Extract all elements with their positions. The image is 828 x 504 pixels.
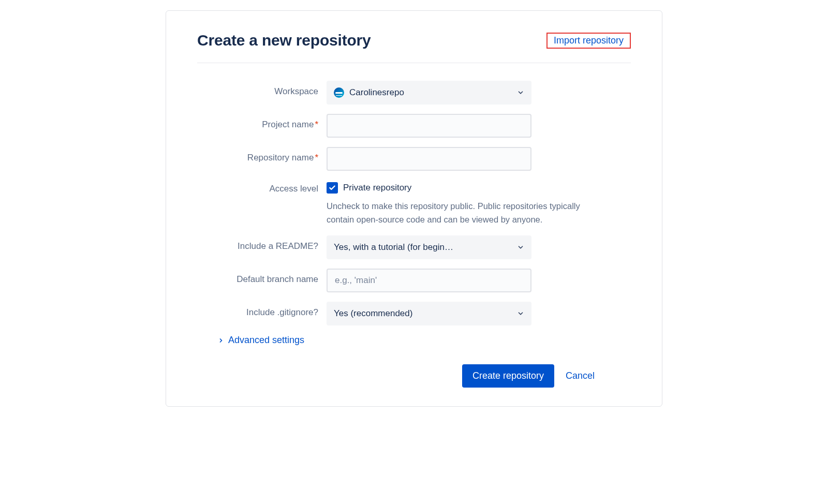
form-area: Workspace Carolinesrepo Project name* Re… xyxy=(197,81,631,388)
card-header: Create a new repository Import repositor… xyxy=(197,32,631,63)
required-asterisk: * xyxy=(315,153,318,162)
create-repository-button[interactable]: Create repository xyxy=(462,364,554,388)
advanced-settings-label: Advanced settings xyxy=(228,335,304,346)
row-access-level: Access level Private repository Uncheck … xyxy=(202,180,626,226)
access-level-hint: Uncheck to make this repository public. … xyxy=(327,200,596,226)
create-repo-card: Create a new repository Import repositor… xyxy=(166,10,662,407)
include-gitignore-select[interactable]: Yes (recommended) xyxy=(327,302,531,325)
project-name-label: Project name* xyxy=(202,114,327,131)
include-readme-label: Include a README? xyxy=(202,235,327,253)
chevron-down-icon xyxy=(517,89,524,96)
include-readme-value: Yes, with a tutorial (for begin… xyxy=(334,242,459,253)
row-project-name: Project name* xyxy=(202,114,626,138)
chevron-down-icon xyxy=(517,310,524,317)
repository-name-label: Repository name* xyxy=(202,147,327,164)
advanced-settings-toggle[interactable]: Advanced settings xyxy=(218,335,626,346)
access-level-label: Access level xyxy=(202,180,327,195)
check-icon xyxy=(329,184,336,191)
chevron-right-icon xyxy=(218,337,224,344)
workspace-value: Carolinesrepo xyxy=(349,87,409,98)
row-repository-name: Repository name* xyxy=(202,147,626,171)
required-asterisk: * xyxy=(315,120,318,129)
private-repo-checkbox-label: Private repository xyxy=(343,183,411,193)
row-workspace: Workspace Carolinesrepo xyxy=(202,81,626,105)
row-include-gitignore: Include .gitignore? Yes (recommended) xyxy=(202,302,626,325)
cancel-link[interactable]: Cancel xyxy=(566,370,595,381)
import-repository-link[interactable]: Import repository xyxy=(546,33,631,49)
chevron-down-icon xyxy=(517,244,524,251)
workspace-select[interactable]: Carolinesrepo xyxy=(327,81,531,105)
repository-name-input[interactable] xyxy=(327,147,531,171)
workspace-avatar-icon xyxy=(334,87,344,98)
page-title: Create a new repository xyxy=(197,32,371,49)
include-gitignore-label: Include .gitignore? xyxy=(202,302,327,319)
default-branch-label: Default branch name xyxy=(202,269,327,286)
row-include-readme: Include a README? Yes, with a tutorial (… xyxy=(202,235,626,259)
workspace-label: Workspace xyxy=(202,81,327,98)
form-footer: Create repository Cancel xyxy=(202,364,626,388)
project-name-input[interactable] xyxy=(327,114,531,138)
private-repo-checkbox[interactable] xyxy=(327,182,338,194)
default-branch-input[interactable] xyxy=(327,269,531,292)
include-readme-select[interactable]: Yes, with a tutorial (for begin… xyxy=(327,235,531,259)
row-default-branch: Default branch name xyxy=(202,269,626,292)
include-gitignore-value: Yes (recommended) xyxy=(334,308,418,319)
